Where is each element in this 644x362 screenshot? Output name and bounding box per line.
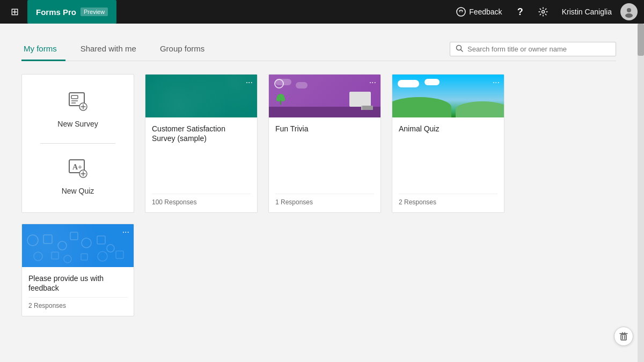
svg-rect-32 (52, 252, 58, 259)
app-header: ⊞ Forms Pro Preview Feedback ? Kristin C… (0, 0, 644, 24)
settings-button[interactable] (533, 4, 553, 20)
svg-point-2 (462, 11, 463, 12)
feedback-label: Feedback (469, 8, 502, 16)
svg-point-35 (98, 252, 107, 261)
svg-point-0 (457, 8, 465, 16)
tab-my-forms[interactable]: My forms (21, 40, 65, 61)
svg-point-1 (459, 11, 460, 12)
thumb-plant (276, 92, 285, 107)
card-thumb-animal-quiz: ··· (392, 75, 504, 117)
card-divider (40, 143, 116, 144)
svg-rect-27 (70, 232, 78, 240)
svg-rect-29 (97, 236, 105, 244)
card-title-customer-satisfaction: Customer Satisfaction Survey (sample) (152, 124, 251, 143)
brand-name: Forms Pro (36, 8, 76, 17)
new-quiz-button[interactable]: A+ New Quiz (31, 150, 125, 204)
search-input[interactable] (467, 45, 610, 53)
cards-grid-row2: ··· (21, 224, 616, 316)
card-body-please-provide-feedback: Please provide us with feedback 2 Respon… (22, 267, 134, 316)
user-name: Kristin Caniglia (558, 8, 616, 16)
content-area: My forms Shared with me Group forms (0, 24, 638, 362)
feedback-button[interactable]: Feedback (451, 4, 507, 20)
help-icon: ? (517, 6, 523, 18)
card-responses-customer-satisfaction: 100 Responses (152, 194, 251, 206)
svg-rect-34 (81, 254, 87, 260)
svg-rect-37 (621, 335, 626, 340)
card-menu-icon-customer-satisfaction[interactable]: ··· (246, 78, 253, 87)
brand-logo: Forms Pro Preview (27, 0, 116, 24)
thumb-desk-surface (362, 106, 373, 110)
svg-point-24 (27, 235, 38, 246)
svg-rect-36 (116, 251, 123, 258)
search-icon (456, 45, 463, 54)
svg-rect-25 (43, 235, 52, 243)
svg-text:A+: A+ (72, 163, 82, 171)
card-customer-satisfaction[interactable]: ··· Customer Satisfaction Survey (sample… (145, 74, 258, 213)
card-thumb-customer-satisfaction: ··· (145, 75, 257, 117)
card-title-fun-trivia: Fun Trivia (275, 124, 374, 134)
thumb-sky-hill-2 (456, 101, 504, 117)
svg-point-26 (58, 241, 67, 250)
thumb-monitor (349, 92, 371, 107)
thumb-sky-cloud-2 (425, 79, 440, 85)
tab-group-forms[interactable]: Group forms (158, 40, 213, 61)
card-body-fun-trivia: Fun Trivia 1 Responses (269, 117, 380, 212)
new-quiz-label: New Quiz (62, 187, 94, 195)
tabs-bar: My forms Shared with me Group forms (21, 40, 616, 61)
scrollbar-thumb[interactable] (638, 24, 644, 56)
svg-point-30 (107, 245, 114, 252)
avatar[interactable] (620, 3, 638, 20)
card-menu-icon-fun-trivia[interactable]: ··· (369, 78, 376, 87)
card-title-animal-quiz: Animal Quiz (399, 124, 497, 134)
main-content: My forms Shared with me Group forms (0, 24, 644, 362)
svg-point-33 (64, 255, 71, 263)
trash-button[interactable] (614, 327, 633, 346)
card-thumb-please-provide-feedback: ··· (22, 224, 134, 267)
svg-point-31 (34, 252, 42, 261)
card-menu-icon-animal-quiz[interactable]: ··· (493, 78, 500, 87)
svg-line-7 (461, 50, 463, 52)
thumb-cloud-1 (275, 79, 291, 85)
card-fun-trivia[interactable]: ··· (268, 74, 381, 213)
search-bar (450, 42, 616, 56)
scrollbar-track (638, 24, 644, 362)
waffle-menu-icon[interactable]: ⊞ (6, 4, 23, 20)
card-responses-please-provide-feedback: 2 Responses (28, 297, 127, 309)
card-body-animal-quiz: Animal Quiz 2 Responses (392, 117, 504, 212)
new-survey-button[interactable]: New Survey (31, 83, 125, 137)
thumb-cloud-2 (296, 82, 308, 88)
new-survey-icon (67, 92, 89, 115)
help-button[interactable]: ? (512, 3, 529, 21)
card-menu-icon-please-provide-feedback[interactable]: ··· (122, 227, 129, 237)
card-animal-quiz[interactable]: ··· Animal Quiz 2 Responses (392, 74, 504, 213)
thumb-decoration (22, 224, 134, 267)
card-body-customer-satisfaction: Customer Satisfaction Survey (sample) 10… (145, 117, 257, 212)
new-form-card[interactable]: New Survey A+ New Quiz (21, 74, 134, 213)
card-title-please-provide-feedback: Please provide us with feedback (28, 274, 127, 293)
card-please-provide-feedback[interactable]: ··· (21, 224, 134, 316)
card-responses-fun-trivia: 1 Responses (275, 194, 374, 206)
new-survey-label: New Survey (57, 120, 98, 128)
tab-shared-with-me[interactable]: Shared with me (78, 40, 145, 61)
svg-point-3 (541, 11, 544, 13)
svg-point-5 (625, 13, 633, 18)
cards-grid: New Survey A+ New Quiz (21, 74, 616, 213)
thumb-sky-cloud-1 (398, 80, 419, 87)
svg-point-4 (627, 8, 631, 12)
svg-point-28 (82, 238, 91, 248)
card-thumb-fun-trivia: ··· (269, 75, 380, 117)
card-responses-animal-quiz: 2 Responses (399, 194, 497, 206)
settings-icon (538, 7, 548, 17)
thumb-sky-hill-1 (392, 97, 451, 117)
feedback-icon (456, 7, 466, 17)
svg-rect-9 (71, 95, 78, 99)
brand-preview-badge: Preview (80, 8, 108, 16)
new-quiz-icon: A+ (67, 159, 89, 182)
